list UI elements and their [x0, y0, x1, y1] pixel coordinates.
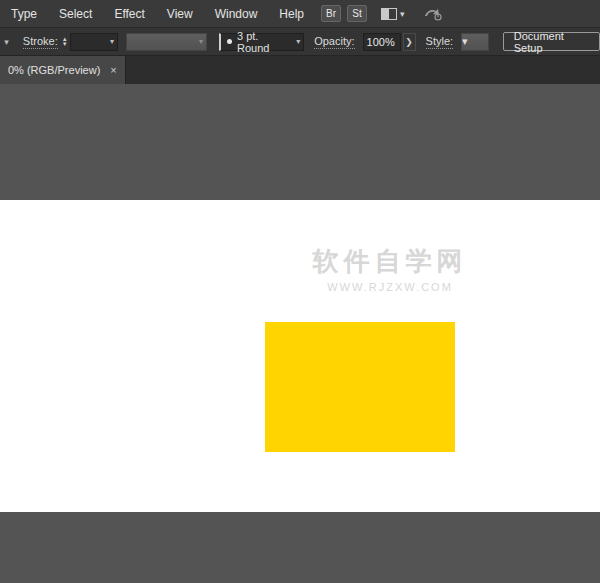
brush-definition-value: 3 pt. Round	[237, 30, 292, 54]
document-tab-bar: 0% (RGB/Preview) ×	[0, 56, 600, 84]
illustrator-window: Type Select Effect View Window Help Br S…	[0, 0, 600, 583]
canvas-area[interactable]: 软件自学网 WWW.RJZXW.COM	[0, 84, 600, 583]
watermark-title: 软件自学网	[280, 244, 500, 279]
control-bar-collapse-icon[interactable]: ▾	[0, 37, 13, 47]
menu-type[interactable]: Type	[0, 0, 48, 28]
stepper-down-icon[interactable]: ▼	[62, 42, 68, 47]
brush-chevron-icon[interactable]: ▾	[292, 37, 300, 46]
stock-button[interactable]: St	[347, 5, 367, 22]
brush-preview-dot-icon	[227, 39, 232, 44]
document-tab[interactable]: 0% (RGB/Preview) ×	[0, 56, 126, 84]
menu-select[interactable]: Select	[48, 0, 103, 28]
style-label[interactable]: Style:	[426, 35, 454, 49]
menu-help[interactable]: Help	[268, 0, 315, 28]
profile-chevron-icon: ▾	[199, 37, 206, 46]
watermark: 软件自学网 WWW.RJZXW.COM	[280, 244, 500, 293]
workspace-chevron-icon[interactable]: ▾	[400, 9, 405, 19]
stroke-stepper[interactable]: ▲ ▼	[62, 37, 68, 47]
graphic-style-dropdown[interactable]: ▾	[461, 33, 489, 51]
bridge-button[interactable]: Br	[321, 5, 341, 22]
document-setup-button[interactable]: Document Setup	[503, 32, 600, 51]
tab-close-icon[interactable]: ×	[110, 64, 116, 76]
menu-bar: Type Select Effect View Window Help Br S…	[0, 0, 600, 28]
workspace-icon-left	[382, 9, 389, 19]
stroke-label[interactable]: Stroke:	[23, 35, 58, 49]
watermark-url: WWW.RJZXW.COM	[280, 281, 500, 293]
control-bar: ▾ Stroke: ▲ ▼ ▾ ▾ 3 pt. Round ▾ Opacity:…	[0, 28, 600, 56]
style-chevron-icon: ▾	[462, 35, 468, 48]
yellow-rectangle-shape[interactable]	[265, 322, 455, 452]
share-screen-icon[interactable]	[423, 6, 443, 22]
stroke-width-chevron-icon[interactable]: ▾	[106, 37, 114, 46]
menu-window[interactable]: Window	[204, 0, 269, 28]
menu-effect[interactable]: Effect	[103, 0, 155, 28]
opacity-options-arrow-icon[interactable]: ❯	[403, 33, 416, 51]
brush-definition-dropdown[interactable]: 3 pt. Round ▾	[219, 33, 304, 51]
workspace-icon-right	[389, 9, 396, 19]
variable-width-profile-dropdown[interactable]: ▾	[126, 33, 207, 51]
stroke-width-dropdown[interactable]: ▾	[70, 33, 118, 51]
opacity-label[interactable]: Opacity:	[314, 35, 354, 49]
menu-view[interactable]: View	[156, 0, 204, 28]
workspace-switcher-icon[interactable]	[381, 8, 397, 20]
document-tab-label: 0% (RGB/Preview)	[8, 64, 100, 76]
opacity-input[interactable]	[363, 33, 401, 51]
